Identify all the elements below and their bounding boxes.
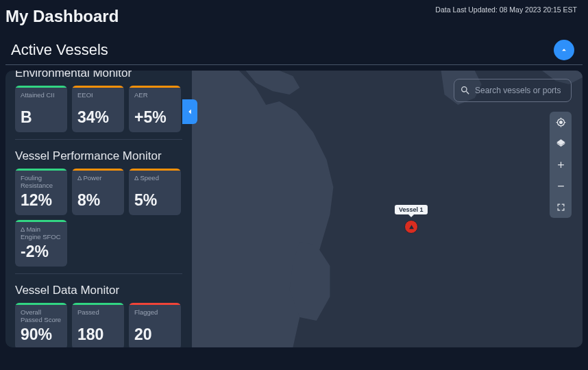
metric-card[interactable]: Δ Speed 5% [129, 169, 181, 215]
map-search[interactable] [454, 79, 572, 102]
collapse-section-button[interactable] [554, 40, 574, 60]
metric-label: AER [134, 92, 175, 107]
metric-value: 180 [77, 325, 119, 344]
metrics-sidebar: Environmental Monitor Attained CII B EEO… [5, 71, 192, 347]
metric-label: Flagged [134, 309, 175, 324]
fullscreen-button[interactable] [550, 197, 572, 218]
crosshair-icon [556, 117, 566, 127]
section-title: Active Vessels [11, 41, 108, 59]
metric-card[interactable]: Overall Passed Score 90% [15, 303, 67, 347]
map-controls [550, 112, 572, 218]
chevron-up-icon [559, 45, 569, 55]
metric-label: Δ Power [77, 175, 119, 190]
group-title: Vessel Performance Monitor [15, 149, 182, 163]
metric-card[interactable]: Δ Power 8% [72, 169, 124, 215]
layers-icon [556, 138, 566, 149]
metric-value: 5% [134, 191, 175, 210]
map-area[interactable]: Vessel 1 [192, 71, 583, 347]
expand-icon [556, 202, 566, 212]
plus-icon [556, 160, 566, 170]
page-title: My Dashboard [5, 7, 119, 26]
metric-value: 20 [134, 325, 175, 344]
last-updated: Data Last Updated: 08 May 2023 20:15 EST [435, 5, 577, 14]
metric-value: 12% [21, 191, 62, 210]
metric-label: Passed [77, 309, 119, 324]
search-input[interactable] [475, 86, 565, 95]
metric-label: Δ Main Engine SFOC [21, 226, 62, 241]
metric-value: B [21, 108, 62, 127]
metric-card[interactable]: Δ Main Engine SFOC -2% [15, 220, 67, 267]
metric-label: EEOI [77, 92, 119, 107]
metric-card[interactable]: Passed 180 [72, 303, 124, 347]
metric-value: +5% [134, 108, 175, 127]
chevron-left-icon [185, 107, 195, 116]
minus-icon [556, 181, 566, 191]
metric-value: 90% [21, 325, 62, 344]
metric-value: -2% [21, 243, 62, 261]
search-icon [460, 85, 471, 96]
metric-card[interactable]: EEOI 34% [72, 86, 124, 132]
metric-card[interactable]: Fouling Resistance 12% [15, 169, 67, 215]
locate-button[interactable] [550, 112, 572, 133]
layers-button[interactable] [550, 133, 572, 154]
group-title: Vessel Data Monitor [15, 284, 182, 297]
vessel-tooltip: Vessel 1 [395, 205, 428, 214]
zoom-out-button[interactable] [550, 175, 572, 197]
group-title: Environmental Monitor [15, 71, 182, 80]
metric-value: 8% [77, 191, 119, 210]
metric-label: Attained CII [21, 92, 62, 107]
metric-card[interactable]: Flagged 20 [129, 303, 181, 347]
metric-label: Δ Speed [134, 175, 175, 190]
metric-label: Fouling Resistance [21, 175, 62, 190]
metric-label: Overall Passed Score [21, 309, 62, 324]
metric-value: 34% [77, 108, 119, 127]
vessel-icon [408, 224, 415, 230]
metric-card[interactable]: Attained CII B [15, 86, 67, 132]
vessel-pin[interactable] [404, 220, 418, 234]
sidebar-toggle-button[interactable] [182, 99, 197, 124]
metric-card[interactable]: AER +5% [129, 86, 181, 132]
zoom-in-button[interactable] [550, 154, 572, 175]
